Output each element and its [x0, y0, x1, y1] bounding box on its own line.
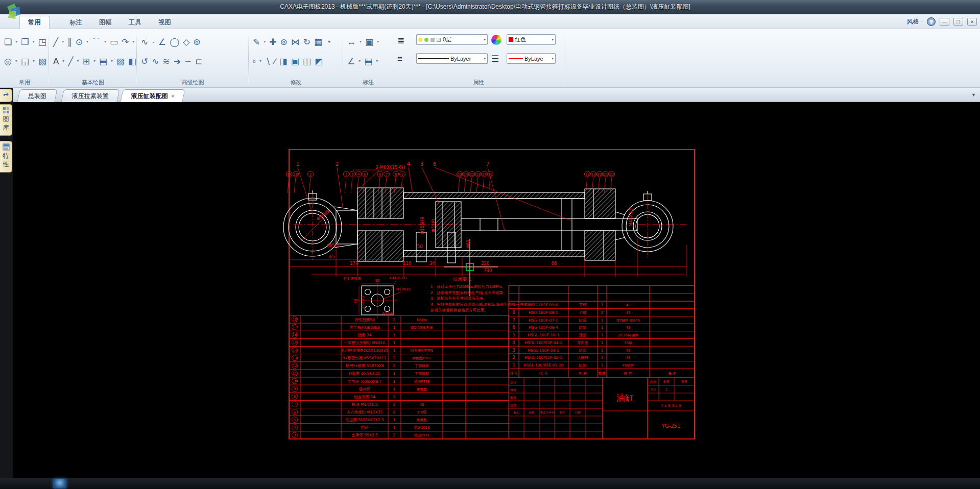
dim-text: 179: [350, 261, 358, 266]
bom-name: 缓冲环: [359, 387, 371, 392]
tab-list-dropdown-icon[interactable]: ▼: [971, 92, 976, 97]
bom-mat: 聚氨酯PTFE: [412, 356, 432, 360]
bom-qty: 1: [393, 348, 396, 353]
doc-close-button[interactable]: ✕: [967, 18, 977, 26]
dim-text: 1:2: [651, 387, 656, 392]
bom-mat: 组合密封PTFE: [411, 349, 434, 353]
dim-text: 比例: [650, 380, 656, 384]
doc-minimize-button[interactable]: —: [940, 18, 949, 26]
titleblock-sign-label: 签字: [560, 411, 566, 414]
library-label-char1: 图: [3, 115, 9, 123]
bom-qty: 1: [393, 418, 396, 422]
bom-mat: 丁腈橡胶: [415, 364, 429, 368]
bom-qty: 2: [393, 402, 396, 407]
table-line: [458, 177, 460, 193]
bom-qty: 1: [393, 325, 396, 330]
bom-name: 螺堵 M14X1.5: [352, 402, 378, 407]
balloon-number: 22: [610, 173, 614, 177]
quick-launch-icon: [3, 91, 10, 99]
window-title: CAXA电子图板2013 - 机械版***试用期(还剩20天)*** - [C:…: [204, 3, 766, 11]
bom-qty: 1: [393, 387, 396, 392]
sidebar-quick-button[interactable]: [0, 89, 12, 102]
titleblock-drawing-no: YG-251: [661, 423, 681, 429]
part-number: 6: [433, 161, 436, 167]
tab-shitu[interactable]: 视图: [150, 16, 179, 29]
bom-name: 内六角螺钉 M12X35: [347, 410, 383, 414]
part-seq: 5: [512, 333, 515, 337]
properties-icon: [3, 143, 10, 151]
part-code: HSG-100F-07-1: [529, 318, 558, 323]
part-mat: 45锻件: [623, 363, 634, 368]
balloon-number: 21: [604, 173, 608, 177]
tab-changyong[interactable]: 常用: [19, 16, 50, 29]
style-button[interactable]: 风格▾: [906, 17, 923, 26]
sidebar-tab-library[interactable]: 图 库: [0, 104, 12, 136]
app-logo-icon[interactable]: [4, 2, 22, 23]
part-qty: 1: [601, 325, 604, 330]
tab-gongju[interactable]: 工具: [121, 16, 150, 29]
table-line: [345, 177, 346, 193]
doctab-lajin[interactable]: 液压拉紧装置: [61, 89, 119, 102]
library-icon: [3, 107, 10, 114]
parts-header: 序号: [510, 371, 518, 376]
part-code: HSGL-100F-10-3: [528, 333, 559, 337]
balloon-number: 9: [401, 173, 403, 177]
doctab-close-icon[interactable]: ×: [171, 93, 174, 99]
bom-no: 16: [293, 333, 297, 337]
notes-item: 2、活塞组件装配后移动应平稳,无卡滞现象。: [431, 290, 507, 295]
part-seq: 6: [512, 325, 515, 330]
dim-text: 65: [329, 254, 335, 259]
bom-qty: 1: [393, 379, 396, 384]
part-qty: 1: [601, 303, 604, 307]
balloon-number: 14: [482, 173, 486, 177]
bom-mat: 填充PTFE: [414, 433, 430, 437]
part-seq: 3: [512, 348, 515, 353]
part-seq: 7: [512, 318, 515, 323]
table-line: [409, 167, 413, 195]
doc-restore-button[interactable]: ❐: [953, 18, 963, 26]
part-qty: 1: [601, 318, 604, 323]
dim-text: 110: [403, 261, 411, 266]
part-qty: 1: [601, 340, 604, 345]
balloon-number: 8: [395, 173, 397, 177]
bom-no: 11: [293, 372, 297, 376]
titleblock-role-label: 批准: [510, 403, 516, 407]
bom-qty: 1: [393, 371, 396, 376]
dim-text: 数量: [663, 380, 670, 383]
help-icon[interactable]: ?: [927, 17, 936, 26]
titleblock-role-label: 设计: [510, 380, 516, 384]
part-qty: 1: [601, 355, 604, 360]
part-mat: 45: [626, 356, 631, 360]
balloon-number: 18: [294, 173, 298, 177]
taskbar-app-icon[interactable]: [53, 479, 66, 488]
bom-name: Yx形密封圈 d55X70X12: [342, 356, 386, 360]
parts-header: 代 号: [538, 371, 548, 376]
tab-tufu[interactable]: 图幅: [91, 16, 120, 29]
part-code: HSG-105F-06-4: [529, 325, 558, 330]
notes-item: 3、装配前所有零件须清洗干净。: [431, 296, 487, 301]
sidebar-tab-properties[interactable]: 特 性: [0, 141, 12, 173]
part-mat: 45: [626, 349, 631, 353]
bom-qty: 2: [393, 356, 396, 360]
titleblock-role-label: 审核: [510, 396, 516, 399]
bom-no: 17: [293, 325, 297, 329]
bom-qty: 1: [393, 333, 396, 337]
tab-biaozhu[interactable]: 标注: [61, 16, 90, 29]
dim-text: (Φ50): [327, 243, 339, 248]
doctab-zongzhuangtu[interactable]: 总装图: [17, 89, 57, 102]
detail-dim: 35±0.2: [361, 296, 365, 309]
left-clevis-eye: [283, 190, 342, 260]
part-code: HSGL-100F-03-1: [528, 348, 559, 353]
bom-name: 一字槽沉头螺钉 M6X16: [344, 340, 386, 345]
bom-name: 弹性挡圈50: [354, 317, 375, 322]
part-seq: 9: [512, 303, 515, 307]
dim-text: 34: [429, 261, 435, 266]
title-bar: CAXA电子图板2013 - 机械版***试用期(还剩20天)*** - [C:…: [0, 0, 980, 14]
part-name: 缸体: [579, 363, 587, 368]
bom-mat: 填充PTFE: [414, 380, 430, 384]
part-name: 缸筒: [579, 325, 587, 330]
doctab-yeyagang[interactable]: 液压缸装配图×: [120, 89, 185, 102]
bom-no: 14: [293, 349, 297, 353]
bom-no: 3: [294, 433, 296, 437]
balloon-number: 7: [386, 173, 388, 177]
